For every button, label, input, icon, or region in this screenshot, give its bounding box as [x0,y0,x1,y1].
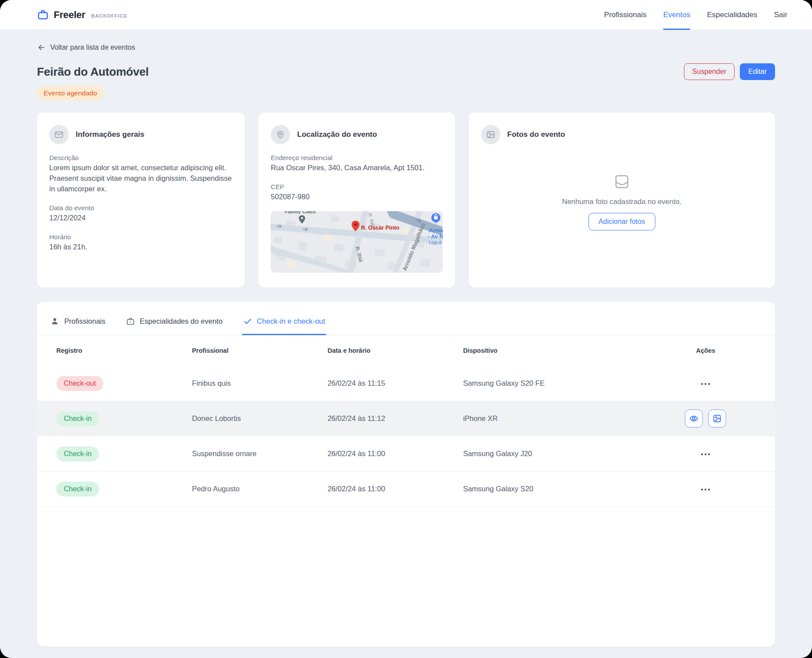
cell-dispositivo: Samsung Galaxy S20 [463,485,648,493]
photo-button[interactable] [708,409,726,428]
cell-profissional: Finibus quis [192,379,327,387]
back-link-label: Voltar para lista de eventos [50,44,135,51]
edit-button[interactable]: Editar [740,63,775,80]
registro-badge: Check-in [56,482,99,497]
row-menu-button[interactable] [698,485,713,494]
nav-item-especialidades[interactable]: Especialidades [707,0,757,30]
field-event-time-value: 16h às 21h. [49,242,232,252]
page-content: Voltar para lista de eventos Feirão do A… [0,30,812,658]
suspend-button[interactable]: Suspender [684,63,735,80]
table-row: Check-in Donec Lobortis 26/02/24 às 11:1… [37,401,775,436]
card-general-info-title: Informações gerais [76,130,144,139]
tab-profissionais-label: Profissionais [64,317,106,325]
map-pin-street-label: R. Oscár Pinto [361,225,400,231]
col-registro: Registro [49,347,192,354]
cell-profissional: Suspendisse ornare [192,450,327,458]
card-photos: Fotos do evento Nenhuma foto cadastrada … [469,113,775,288]
photos-empty-state: Nenhuma foto cadastrada no evento. Adici… [481,144,763,275]
nav-item-sair[interactable]: Sair [774,0,787,30]
field-event-time-label: Horário [49,233,232,241]
col-dispositivo: Dispositivo [463,347,648,354]
summary-cards: Informações gerais Descrição Lorem ipsum… [37,113,775,288]
brand-logo[interactable]: Freeler BACKOFFICE [37,9,127,21]
person-icon [50,317,59,326]
top-bar: Freeler BACKOFFICE Profissionais Eventos… [0,0,812,30]
brand-suffix: BACKOFFICE [91,11,127,18]
card-general-info: Informações gerais Descrição Lorem ipsum… [37,113,245,288]
field-description: Descrição Lorem ipsum dolor sit amet, co… [49,154,232,194]
cell-data-horario: 26/02/24 às 11:00 [327,485,463,493]
checkin-table-card: Profissionais Especialidades do evento C… [37,302,775,647]
briefcase-logo-icon [37,9,49,21]
registro-badge: Check-in [56,411,99,426]
field-event-date: Data do evento 12/12/2024 [49,204,232,223]
card-location: Localização do evento Endereço residenci… [258,113,455,288]
title-actions: Suspender Editar [684,63,775,80]
tab-especialidades[interactable]: Especialidades do evento [125,313,224,335]
cell-profissional: Donec Lobortis [192,414,327,423]
map-store-label-3: Loja d [429,240,441,245]
cell-dispositivo: Samsung Galaxy J20 [463,450,648,458]
cell-profissional: Pedro Augusto [192,485,327,493]
page-title: Feirão do Automóvel [37,65,149,79]
nav-item-eventos[interactable]: Eventos [663,0,690,30]
table-row: Check-in Suspendisse ornare 26/02/24 às … [37,436,775,472]
field-cep-value: 502087-980 [271,192,442,202]
photo-icon [713,414,722,423]
field-cep-label: CEP [271,183,442,190]
field-event-time: Horário 16h às 21h. [49,233,232,252]
cell-data-horario: 26/02/24 às 11:12 [327,414,463,423]
tab-especialidades-label: Especialidades do evento [140,317,223,325]
view-button[interactable] [685,409,703,428]
registro-badge: Check-in [56,446,99,461]
check-icon [243,317,252,326]
back-link[interactable]: Voltar para lista de eventos [37,43,135,52]
app-screen: Freeler BACKOFFICE Profissionais Eventos… [0,0,812,658]
row-menu-button[interactable] [698,450,713,459]
field-description-label: Descrição [49,154,232,161]
briefcase-icon [126,317,135,326]
location-pin-icon [271,125,290,144]
col-data-horario: Data e horário [327,347,463,354]
cell-dispositivo: iPhone XR [463,414,648,423]
card-photos-title: Fotos do evento [507,130,565,139]
add-photos-button[interactable]: Adicionar fotos [588,213,655,230]
field-address: Endereço residencial Rua Oscar Pires, 34… [271,154,442,173]
map-store-label-1: Arma [429,227,443,234]
cell-dispositivo: Samsung Galaxy S20 FE [463,379,648,387]
card-general-info-header: Informações gerais [49,125,232,144]
card-location-title: Localização do evento [297,130,377,139]
nav-item-profissionais[interactable]: Profissionais [604,0,647,30]
photos-empty-message: Nenhuma foto cadastrada no evento. [562,197,682,206]
cell-data-horario: 26/02/24 às 11:00 [327,450,463,458]
empty-tray-icon [613,173,631,190]
card-location-header: Localização do evento [271,125,442,144]
main-nav: Profissionais Eventos Especialidades Sai… [604,0,787,30]
eye-icon [689,414,698,423]
field-cep: CEP 502087-980 [271,183,442,202]
cell-data-horario: 26/02/24 às 11:15 [327,379,463,387]
table-row: Check-out Finibus quis 26/02/24 às 11:15… [37,366,775,401]
tab-profissionais[interactable]: Profissionais [49,313,107,335]
map-poi-label: Family Class [285,211,316,214]
table-header: Registro Profissional Data e horário Dis… [37,335,775,366]
field-event-date-value: 12/12/2024 [49,213,232,223]
row-menu-button[interactable] [698,380,713,388]
col-profissional: Profissional [192,347,327,354]
col-acoes: Ações [649,347,763,354]
field-event-date-label: Data do evento [49,204,232,212]
tab-checkin-checkout[interactable]: Check-in e check-out [242,313,326,335]
registro-badge: Check-out [56,376,103,391]
field-address-value: Rua Oscar Pires, 340, Casa Amarela, Apt … [271,163,442,173]
status-badge: Evento agendado [37,86,104,100]
map-store-label-2: - Av N [428,234,442,240]
tab-bar: Profissionais Especialidades do evento C… [37,313,775,335]
tab-checkin-checkout-label: Check-in e check-out [257,317,325,325]
card-photos-header: Fotos do evento [481,125,763,144]
image-icon [481,125,500,144]
event-map[interactable]: Family Class R. Oscár Pinto R. Ibiá R. I… [271,211,442,273]
table-row: Check-in Pedro Augusto 26/02/24 às 11:00… [37,472,775,507]
title-row: Feirão do Automóvel Suspender Editar [37,63,775,80]
field-description-value: Lorem ipsum dolor sit amet, consectetur … [49,163,232,194]
field-address-label: Endereço residencial [271,154,442,161]
